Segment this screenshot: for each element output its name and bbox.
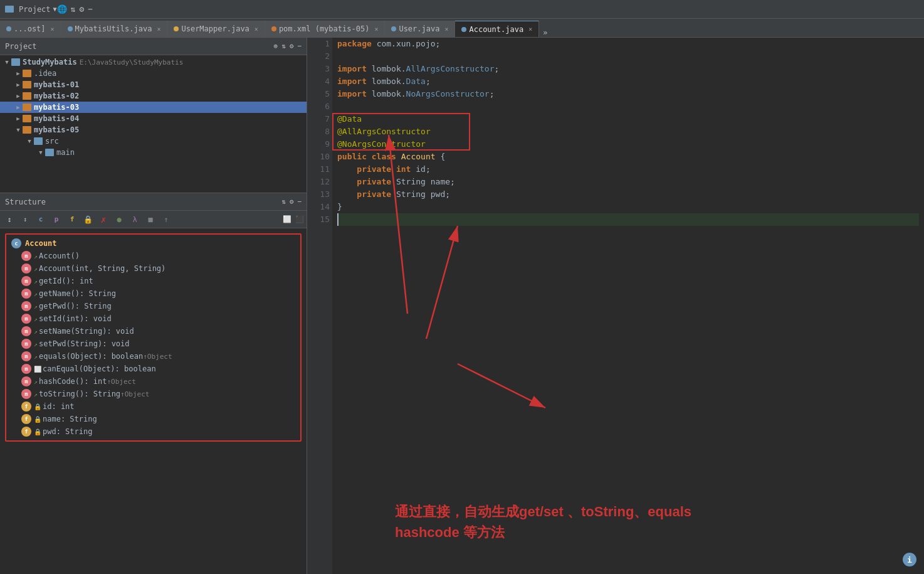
visibility-pub: ↗ (34, 253, 38, 260)
tree-mybatis05[interactable]: ▼ mybatis-05 (0, 124, 307, 136)
tree-mybatis02[interactable]: ▶ mybatis-02 (0, 90, 307, 102)
struct-item-id-field[interactable]: f 🔒 id: int (6, 400, 300, 413)
globe-icon[interactable]: 🌐 (57, 4, 67, 14)
struct-item-account-ctor2[interactable]: m ↗ Account(int, String, String) (6, 262, 300, 275)
project-label[interactable]: Project (19, 5, 51, 14)
code-line-5: import lombok.NoArgsConstructor; (337, 88, 919, 100)
tab-pom[interactable]: pom.xml (mybatis-05) × (265, 21, 386, 37)
struct-item-hashcode[interactable]: m ↗ hashCode(): int ↑Object (6, 375, 300, 388)
struct-minimize-icon[interactable]: − (297, 198, 302, 206)
code-line-7: @Data (337, 113, 919, 125)
tree-idea[interactable]: ▶ .idea (0, 68, 307, 79)
code-line-15[interactable] (337, 213, 919, 226)
tree-mybatis02-label: mybatis-02 (34, 92, 79, 100)
lambda-btn[interactable]: λ (128, 213, 142, 226)
tree-mybatis01[interactable]: ▶ mybatis-01 (0, 79, 307, 90)
tab-bar: ...ost] × MybatisUtils.java × UserMapper… (0, 19, 924, 38)
struct-getpwd-label: getPwd(): String (39, 302, 112, 311)
struct-item-tostring[interactable]: m ↗ toString(): String ↑Object (6, 388, 300, 400)
lock-btn[interactable]: 🔒 (81, 213, 95, 226)
tab-usermapper-close[interactable]: × (255, 26, 258, 33)
field-btn[interactable]: f (65, 213, 79, 226)
struct-item-setid[interactable]: m ↗ setId(int): void (6, 312, 300, 325)
code-line-4: import lombok.Data; (337, 75, 919, 88)
struct-id-field-label: id: int (43, 402, 75, 411)
code-line-8: @AllArgsConstructor (337, 125, 919, 138)
code-line-9: @NoArgsConstructor (337, 138, 919, 151)
struct-collapse-icon[interactable]: ⬛ (295, 215, 304, 223)
code-area[interactable]: package com.xun.pojo; import lombok.AllA… (332, 38, 924, 574)
structure-panel: Structure ⇅ ⚙ − ↕ ↕ c p f 🔒 ✗ ● (0, 193, 307, 574)
circle-btn[interactable]: ● (112, 213, 126, 226)
tab-user[interactable]: User.java × (385, 21, 455, 37)
visibility-pub2: ↗ (34, 265, 38, 272)
struct-member-label2: Account(int, String, String) (39, 264, 165, 273)
code-line-14: } (337, 201, 919, 213)
tree-mybatis04-label: mybatis-04 (34, 114, 79, 123)
info-icon[interactable]: i (903, 553, 916, 566)
tab-mybatis-label: MybatisUtils.java (75, 24, 152, 33)
tab-pom-label: pom.xml (mybatis-05) (279, 24, 370, 33)
tab-account[interactable]: Account.java × (455, 21, 539, 37)
tree-mybatis04[interactable]: ▶ mybatis-04 (0, 113, 307, 124)
struct-sort-icon[interactable]: ⇅ (281, 198, 286, 206)
tree-mybatis03[interactable]: ▶ mybatis-03 (0, 102, 307, 113)
main-area: Project ⊕ ⇅ ⚙ − ▼ StudyMybatis E:\JavaSt… (0, 38, 924, 574)
tab-host-close[interactable]: × (51, 26, 55, 33)
struct-item-name-field[interactable]: f 🔒 name: String (6, 413, 300, 425)
struct-item-setpwd[interactable]: m ↗ setPwd(String): void (6, 337, 300, 350)
square-btn[interactable]: ■ (144, 213, 157, 226)
tab-mybatis[interactable]: MybatisUtils.java × (61, 21, 168, 37)
struct-item-pwd-field[interactable]: f 🔒 pwd: String (6, 425, 300, 438)
tree-main[interactable]: ▼ main (0, 147, 307, 158)
project-minimize-icon[interactable]: − (297, 42, 302, 50)
struct-item-account-ctor[interactable]: m ↗ Account() (6, 250, 300, 262)
editor-content: 1 2 3 4 5 6 7 8 9 10 11 12 13 14 15 (307, 38, 924, 574)
struct-gear-icon[interactable]: ⚙ (290, 198, 294, 206)
sync-icon[interactable]: ⇅ (71, 4, 76, 14)
project-gear-icon[interactable]: ⚙ (290, 42, 294, 50)
tree-root-path: E:\JavaStudy\StudyMybatis (80, 58, 184, 66)
tab-usermapper[interactable]: UserMapper.java × (167, 21, 265, 37)
struct-setid-label: setId(int): void (39, 314, 112, 323)
code-line-12: private String name; (337, 176, 919, 188)
struct-item-equals[interactable]: m ↗ equals(Object): boolean ↑Object (6, 350, 300, 363)
svg-line-3 (458, 364, 545, 408)
tab-host-label: ...ost] (14, 24, 46, 33)
property-btn[interactable]: p (50, 213, 63, 226)
struct-item-getname[interactable]: m ↗ getName(): String (6, 287, 300, 300)
tree-root[interactable]: ▼ StudyMybatis E:\JavaStudy\StudyMybatis (0, 56, 307, 68)
struct-item-getpwd[interactable]: m ↗ getPwd(): String (6, 300, 300, 312)
tab-overflow[interactable]: » (539, 28, 551, 37)
struct-class-account[interactable]: c Account (6, 237, 300, 250)
project-tree: ▼ StudyMybatis E:\JavaStudy\StudyMybatis… (0, 55, 307, 193)
struct-item-setname[interactable]: m ↗ setName(String): void (6, 325, 300, 337)
code-line-3: import lombok.AllArgsConstructor; (337, 63, 919, 75)
tab-mybatis-close[interactable]: × (157, 26, 160, 33)
tree-src[interactable]: ▼ src (0, 136, 307, 147)
tab-pom-close[interactable]: × (374, 26, 378, 33)
up-btn[interactable]: ↑ (159, 213, 173, 226)
struct-item-canequal[interactable]: m ⬜ canEqual(Object): boolean (6, 363, 300, 375)
title-bar: Project ▼ 🌐 ⇅ ⚙ − (0, 0, 924, 19)
project-globe-icon[interactable]: ⊕ (274, 42, 278, 50)
minimize-icon[interactable]: − (88, 4, 93, 14)
class-btn[interactable]: c (34, 213, 48, 226)
tree-mybatis05-label: mybatis-05 (34, 125, 79, 134)
svg-line-2 (426, 226, 458, 339)
tree-main-label: main (56, 148, 75, 157)
code-line-6 (337, 100, 919, 113)
struct-item-getid[interactable]: m ↗ getId(): int (6, 275, 300, 287)
settings-icon[interactable]: ⚙ (79, 4, 84, 14)
tab-account-close[interactable]: × (528, 26, 532, 33)
project-sync-icon[interactable]: ⇅ (281, 42, 286, 50)
sort-btn2[interactable]: ↕ (18, 213, 32, 226)
structure-box: c Account m ↗ Account() m ↗ Account(int,… (5, 233, 302, 442)
tab-host[interactable]: ...ost] × (0, 21, 61, 37)
struct-expand-icon[interactable]: ⬜ (283, 215, 291, 223)
sort-btn1[interactable]: ↕ (3, 213, 16, 226)
tab-user-close[interactable]: × (444, 26, 448, 33)
struct-equals-label: equals(Object): boolean (39, 352, 143, 361)
editor-area: 1 2 3 4 5 6 7 8 9 10 11 12 13 14 15 (307, 38, 924, 574)
close-btn[interactable]: ✗ (97, 213, 110, 226)
